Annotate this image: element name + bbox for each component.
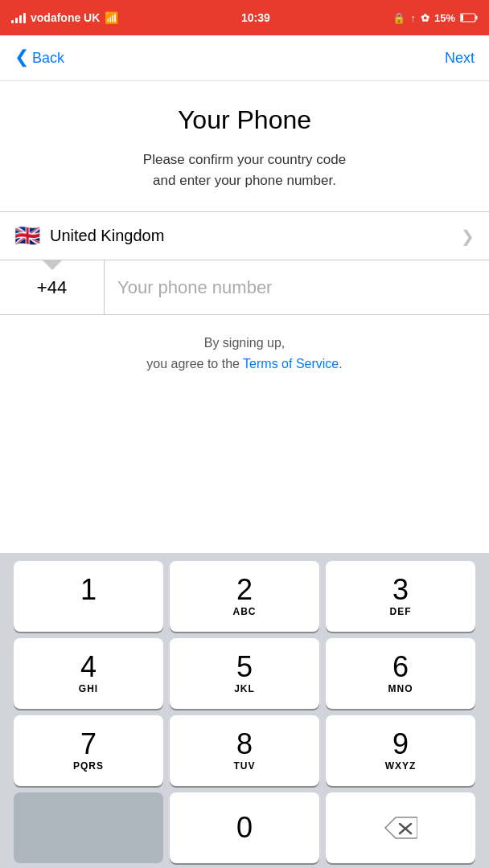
svg-rect-1 (476, 16, 478, 20)
key-3-letters: DEF (390, 606, 412, 617)
key-4-number: 4 (80, 653, 97, 682)
country-code-box[interactable]: +44 (0, 260, 105, 314)
signal-icon (11, 12, 26, 23)
delete-key[interactable] (326, 792, 475, 863)
wifi-icon: 📶 (105, 11, 118, 24)
terms-line2: you agree to the (146, 357, 243, 371)
time-label: 10:39 (241, 11, 270, 24)
key-1-letters (87, 606, 90, 617)
keyboard: 1 2 ABC 3 DEF 4 GHI 5 JKL 6 MNO 7 PQRS (0, 553, 489, 868)
terms-text: By signing up, you agree to the Terms of… (0, 333, 489, 374)
keyboard-row-3: 7 PQRS 8 TUV 9 WXYZ (5, 715, 484, 786)
content-area: Your Phone Please confirm your country c… (0, 81, 489, 190)
key-0-number: 0 (236, 813, 253, 842)
key-2-number: 2 (236, 575, 253, 604)
back-chevron-icon: ❮ (14, 48, 29, 66)
key-8[interactable]: 8 TUV (170, 715, 319, 786)
key-5-letters: JKL (234, 683, 255, 694)
code-triangle (43, 260, 62, 270)
back-label: Back (32, 50, 64, 67)
key-8-number: 8 (236, 730, 253, 759)
nav-bar: ❮ Back Next (0, 35, 489, 81)
key-2-letters: ABC (233, 606, 257, 617)
key-2[interactable]: 2 ABC (170, 561, 319, 632)
country-selector[interactable]: 🇬🇧 United Kingdom ❯ (0, 212, 489, 260)
keyboard-row-1: 1 2 ABC 3 DEF (5, 561, 484, 632)
key-6-number: 6 (392, 653, 409, 682)
terms-line1: By signing up, (204, 336, 286, 350)
key-8-letters: TUV (234, 760, 256, 772)
key-5-number: 5 (236, 653, 253, 682)
key-3-number: 3 (392, 575, 409, 604)
key-7[interactable]: 7 PQRS (14, 715, 163, 786)
key-9-number: 9 (392, 730, 409, 759)
bluetooth-icon: ✿ (421, 12, 429, 24)
country-flag: 🇬🇧 (14, 223, 40, 248)
key-0[interactable]: 0 (170, 792, 319, 863)
status-right: 🔒 ↑ ✿ 15% (392, 12, 478, 24)
country-chevron-icon: ❯ (461, 227, 475, 246)
lock-icon: 🔒 (392, 12, 405, 24)
country-code: +44 (37, 277, 67, 298)
delete-icon (384, 816, 417, 840)
key-9[interactable]: 9 WXYZ (326, 715, 475, 786)
keyboard-row-4: 0 (5, 792, 484, 863)
status-left: vodafone UK 📶 (11, 11, 118, 24)
country-name: United Kingdom (50, 227, 164, 245)
page-subtitle: Please confirm your country codeand ente… (19, 149, 470, 190)
key-6[interactable]: 6 MNO (326, 638, 475, 709)
terms-link[interactable]: Terms of Service (243, 357, 339, 371)
key-6-letters: MNO (388, 683, 413, 694)
back-button[interactable]: ❮ Back (14, 50, 64, 67)
terms-period: . (339, 357, 342, 371)
keyboard-row-2: 4 GHI 5 JKL 6 MNO (5, 638, 484, 709)
key-4[interactable]: 4 GHI (14, 638, 163, 709)
battery-label: 15% (434, 12, 455, 24)
key-7-number: 7 (80, 730, 97, 759)
key-1-number: 1 (80, 575, 97, 604)
key-3[interactable]: 3 DEF (326, 561, 475, 632)
location-icon: ↑ (410, 12, 416, 24)
page-title: Your Phone (19, 105, 470, 135)
carrier-label: vodafone UK (31, 11, 100, 24)
key-1[interactable]: 1 (14, 561, 163, 632)
phone-number-input[interactable] (105, 260, 489, 314)
phone-input-row: +44 (0, 260, 489, 315)
key-4-letters: GHI (79, 683, 98, 694)
country-left: 🇬🇧 United Kingdom (14, 223, 164, 248)
key-5[interactable]: 5 JKL (170, 638, 319, 709)
key-7-letters: PQRS (73, 760, 104, 772)
key-empty (14, 792, 163, 863)
status-bar: vodafone UK 📶 10:39 🔒 ↑ ✿ 15% (0, 0, 489, 35)
battery-icon (460, 13, 478, 23)
key-9-letters: WXYZ (385, 760, 417, 772)
next-button[interactable]: Next (445, 50, 475, 67)
svg-rect-2 (461, 14, 463, 21)
